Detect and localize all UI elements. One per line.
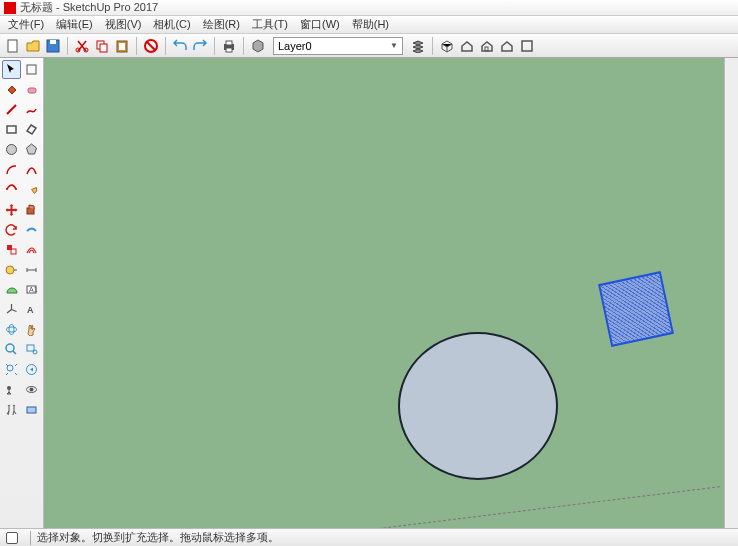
delete-icon[interactable] xyxy=(142,37,160,55)
svg-rect-2 xyxy=(50,40,56,44)
push-pull-tool[interactable] xyxy=(22,200,41,219)
home-view-icon[interactable] xyxy=(458,37,476,55)
viewport[interactable] xyxy=(44,58,724,528)
menu-draw[interactable]: 绘图(R) xyxy=(197,17,246,32)
iso-view-icon[interactable] xyxy=(438,37,456,55)
right-view-icon[interactable] xyxy=(518,37,536,55)
app-icon xyxy=(4,2,16,14)
svg-rect-15 xyxy=(27,65,36,74)
axes-tool[interactable] xyxy=(2,300,21,319)
svg-rect-21 xyxy=(27,208,34,214)
layer-manager-icon[interactable] xyxy=(409,37,427,55)
svg-rect-11 xyxy=(226,41,232,45)
menu-file[interactable]: 文件(F) xyxy=(2,17,50,32)
save-file-icon[interactable] xyxy=(44,37,62,55)
svg-text:A1: A1 xyxy=(29,286,38,293)
look-around-tool[interactable] xyxy=(22,380,41,399)
pie-tool[interactable] xyxy=(22,180,41,199)
eraser-tool[interactable] xyxy=(22,80,41,99)
menu-tools[interactable]: 工具(T) xyxy=(246,17,294,32)
left-toolbar: A1 A xyxy=(0,58,44,528)
offset-tool[interactable] xyxy=(22,240,41,259)
circle-shape[interactable] xyxy=(398,332,558,480)
make-component-tool[interactable] xyxy=(22,60,41,79)
tape-measure-tool[interactable] xyxy=(2,260,21,279)
rectangle-tool[interactable] xyxy=(2,120,21,139)
copy-icon[interactable] xyxy=(93,37,111,55)
select-tool[interactable] xyxy=(2,60,21,79)
svg-point-28 xyxy=(7,327,17,332)
cut-icon[interactable] xyxy=(73,37,91,55)
open-file-icon[interactable] xyxy=(24,37,42,55)
undo-icon[interactable] xyxy=(171,37,189,55)
separator xyxy=(432,37,433,55)
menu-edit[interactable]: 编辑(E) xyxy=(50,17,99,32)
layer-current-label: Layer0 xyxy=(278,40,312,52)
svg-text:A: A xyxy=(27,305,34,315)
circle-tool[interactable] xyxy=(2,140,21,159)
svg-point-20 xyxy=(15,188,17,190)
pan-tool[interactable] xyxy=(22,320,41,339)
vertical-scrollbar[interactable] xyxy=(724,58,738,528)
previous-view-tool[interactable] xyxy=(22,360,41,379)
menu-window[interactable]: 窗口(W) xyxy=(294,17,346,32)
window-title: 无标题 - SketchUp Pro 2017 xyxy=(20,0,158,15)
zoom-tool[interactable] xyxy=(2,340,21,359)
top-view-icon[interactable] xyxy=(498,37,516,55)
rotate-tool[interactable] xyxy=(2,220,21,239)
svg-rect-8 xyxy=(119,43,125,50)
svg-rect-0 xyxy=(8,40,17,52)
svg-point-19 xyxy=(6,188,8,190)
svg-rect-16 xyxy=(28,88,36,93)
three-point-arc-tool[interactable] xyxy=(2,180,21,199)
move-tool[interactable] xyxy=(2,200,21,219)
two-point-arc-tool[interactable] xyxy=(22,160,41,179)
statusbar: 选择对象。切换到扩充选择。拖动鼠标选择多项。 xyxy=(0,528,738,546)
freehand-tool[interactable] xyxy=(22,100,41,119)
top-toolbar: Layer0 ▼ xyxy=(0,34,738,58)
arc-tool[interactable] xyxy=(2,160,21,179)
status-text: 选择对象。切换到扩充选择。拖动鼠标选择多项。 xyxy=(37,530,279,545)
svg-rect-31 xyxy=(27,345,34,351)
3d-text-tool[interactable]: A xyxy=(22,300,41,319)
front-view-icon[interactable] xyxy=(478,37,496,55)
redo-icon[interactable] xyxy=(191,37,209,55)
menubar: 文件(F) 编辑(E) 视图(V) 相机(C) 绘图(R) 工具(T) 窗口(W… xyxy=(0,16,738,34)
separator xyxy=(243,37,244,55)
position-camera-tool[interactable] xyxy=(2,380,21,399)
scale-tool[interactable] xyxy=(2,240,21,259)
svg-point-29 xyxy=(9,325,14,335)
paint-bucket-tool[interactable] xyxy=(2,80,21,99)
paste-icon[interactable] xyxy=(113,37,131,55)
svg-rect-17 xyxy=(7,126,16,133)
protractor-tool[interactable] xyxy=(2,280,21,299)
zoom-extents-tool[interactable] xyxy=(2,360,21,379)
line-tool[interactable] xyxy=(2,100,21,119)
main-area: A1 A xyxy=(0,58,738,528)
status-tool-icon xyxy=(6,532,18,544)
section-plane-tool[interactable] xyxy=(22,400,41,419)
model-info-icon[interactable] xyxy=(249,37,267,55)
chevron-down-icon: ▼ xyxy=(390,41,398,50)
menu-view[interactable]: 视图(V) xyxy=(99,17,148,32)
text-tool[interactable]: A1 xyxy=(22,280,41,299)
orbit-tool[interactable] xyxy=(2,320,21,339)
svg-point-37 xyxy=(30,388,34,392)
menu-camera[interactable]: 相机(C) xyxy=(147,17,196,32)
selected-rectangle-shape[interactable] xyxy=(598,271,674,347)
dimension-tool[interactable] xyxy=(22,260,41,279)
new-file-icon[interactable] xyxy=(4,37,22,55)
walk-tool[interactable] xyxy=(2,400,21,419)
svg-rect-38 xyxy=(27,407,36,413)
separator xyxy=(214,37,215,55)
polygon-tool[interactable] xyxy=(22,140,41,159)
rotated-rect-tool[interactable] xyxy=(22,120,41,139)
print-icon[interactable] xyxy=(220,37,238,55)
svg-point-24 xyxy=(6,266,14,274)
follow-me-tool[interactable] xyxy=(22,220,41,239)
guide-line xyxy=(184,486,720,528)
menu-help[interactable]: 帮助(H) xyxy=(346,17,395,32)
separator xyxy=(30,531,31,545)
zoom-window-tool[interactable] xyxy=(22,340,41,359)
layer-dropdown[interactable]: Layer0 ▼ xyxy=(273,37,403,55)
